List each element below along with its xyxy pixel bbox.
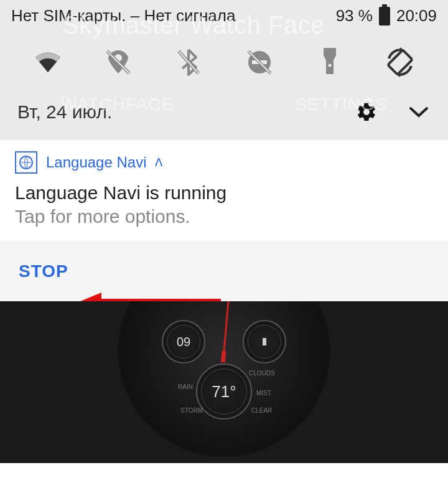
- dnd-toggle[interactable]: [239, 42, 280, 83]
- flashlight-icon: [319, 47, 341, 78]
- expand-shade-button[interactable]: [408, 106, 429, 118]
- notification-collapse-caret-icon[interactable]: ᐱ: [155, 156, 162, 169]
- background-watch-preview: MON TUE WED THU FRI 09 71° RAIN CLOUDS M…: [0, 301, 448, 463]
- gear-icon: [356, 101, 377, 123]
- flashlight-toggle[interactable]: [309, 42, 350, 83]
- data-toggle[interactable]: [98, 42, 139, 83]
- auto-rotate-icon: [384, 46, 416, 78]
- notification-subtitle: Tap for more options.: [15, 206, 433, 227]
- svg-point-11: [328, 64, 331, 67]
- network-status-text: Нет SIM-карты. – Нет сигнала: [11, 6, 235, 26]
- notification-actions: STOP: [0, 242, 448, 301]
- battery-percentage: 93 %: [336, 6, 373, 26]
- bluetooth-off-icon: [175, 47, 202, 77]
- stop-button[interactable]: STOP: [19, 261, 68, 281]
- notification-app-name: Language Navi: [46, 154, 146, 171]
- bluetooth-toggle[interactable]: [168, 42, 209, 83]
- auto-rotate-toggle[interactable]: [380, 42, 421, 83]
- settings-button[interactable]: [356, 101, 377, 123]
- quick-settings-footer: Вт, 24 июл.: [0, 95, 448, 140]
- chevron-down-icon: [408, 106, 429, 118]
- watch-weather-labels: RAIN CLOUDS MIST CLEAR STORM: [118, 301, 330, 457]
- quick-settings-row: [0, 29, 448, 95]
- watch-face: MON TUE WED THU FRI 09 71° RAIN CLOUDS M…: [118, 301, 330, 457]
- notification-shade: Нет SIM-карты. – Нет сигнала 93 % 20:09: [0, 0, 448, 140]
- clock: 20:09: [396, 6, 437, 26]
- notification-header[interactable]: Language Navi ᐱ: [15, 151, 433, 174]
- wifi-toggle[interactable]: [27, 42, 68, 83]
- language-navi-app-icon: [15, 151, 37, 174]
- cellular-data-off-icon: [103, 47, 133, 77]
- svg-rect-10: [324, 48, 336, 50]
- status-bar: Нет SIM-карты. – Нет сигнала 93 % 20:09: [0, 0, 448, 29]
- wifi-icon: [33, 50, 63, 75]
- notification-card[interactable]: Language Navi ᐱ Language Navi is running…: [0, 140, 448, 242]
- battery-icon: [379, 7, 390, 26]
- notification-title: Language Navi is running: [15, 182, 433, 204]
- date-label: Вт, 24 июл.: [17, 101, 112, 123]
- do-not-disturb-off-icon: [245, 47, 274, 77]
